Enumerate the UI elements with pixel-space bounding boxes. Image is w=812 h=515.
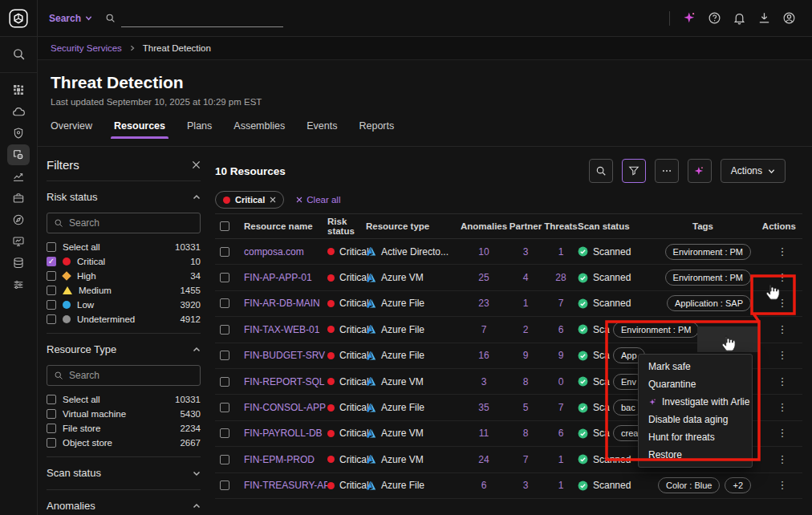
menu-item-investigate-with-arlie[interactable]: Investigate with Arlie — [639, 393, 752, 411]
tab-resources[interactable]: Resources — [114, 120, 165, 139]
tag-chip[interactable]: Application : SAP — [667, 295, 751, 311]
row-actions-kebab[interactable]: ⋮ — [777, 351, 788, 359]
sidebar-item-threat-protection[interactable] — [7, 144, 30, 165]
partner-count[interactable]: 5 — [523, 402, 529, 413]
threats-count[interactable]: 6 — [558, 428, 564, 439]
anomalies-count[interactable]: 10 — [478, 246, 489, 258]
checkbox[interactable] — [47, 286, 56, 295]
threats-count[interactable]: 1 — [558, 480, 564, 491]
close-filters-icon[interactable] — [192, 160, 201, 169]
partner-count[interactable]: 3 — [523, 246, 529, 258]
row-actions-kebab[interactable]: ⋮ — [777, 248, 788, 256]
tag-chip[interactable]: Environment : PM — [613, 322, 699, 338]
row-actions-kebab[interactable]: ⋮ — [777, 274, 788, 282]
tab-assemblies[interactable]: Assemblies — [233, 120, 285, 139]
filter-search-input[interactable]: Search — [47, 213, 201, 233]
partner-count[interactable]: 9 — [523, 350, 529, 361]
menu-item-hunt-for-threats[interactable]: Hunt for threats — [639, 428, 752, 446]
help-icon[interactable] — [707, 11, 721, 26]
row-checkbox[interactable] — [220, 247, 229, 257]
tag-chip[interactable]: +2 — [725, 477, 751, 493]
sidebar-item-jobs[interactable] — [7, 188, 30, 209]
filter-chip-critical[interactable]: Critical — [215, 191, 284, 209]
checkbox[interactable] — [47, 438, 56, 448]
tab-plans[interactable]: Plans — [187, 120, 212, 139]
sidebar-item-shield[interactable] — [7, 123, 30, 144]
row-checkbox[interactable] — [220, 428, 229, 438]
anomalies-count[interactable]: 3 — [481, 376, 487, 387]
threats-count[interactable]: 7 — [558, 298, 564, 309]
breadcrumb-parent[interactable]: Security Services — [51, 43, 122, 53]
threats-count[interactable]: 1 — [558, 246, 564, 258]
anomalies-count[interactable]: 7 — [481, 324, 487, 335]
actions-dropdown-button[interactable]: Actions — [721, 159, 786, 183]
row-actions-kebab[interactable]: ⋮ — [777, 378, 788, 386]
checkbox[interactable] — [47, 271, 56, 281]
tag-chip[interactable]: Environment : PM — [665, 270, 751, 286]
partner-count[interactable]: 7 — [523, 454, 529, 465]
row-actions-kebab[interactable]: ⋮ — [777, 429, 788, 437]
anomalies-count[interactable]: 35 — [478, 402, 489, 413]
resource-name-link[interactable]: FIN-PAYROLL-DB — [244, 428, 323, 439]
account-icon[interactable] — [782, 11, 796, 26]
row-actions-kebab[interactable]: ⋮ — [777, 299, 788, 307]
anomalies-count[interactable]: 25 — [478, 272, 489, 283]
resource-name-link[interactable]: FIN-BUDGET-SRV — [244, 350, 325, 361]
row-checkbox[interactable] — [220, 298, 229, 308]
partner-count[interactable]: 8 — [523, 428, 529, 439]
filter-section-header[interactable]: Resource Type — [47, 342, 201, 357]
search-scope-dropdown[interactable]: Search — [49, 13, 92, 24]
tab-reports[interactable]: Reports — [359, 120, 394, 139]
chevron-up-icon[interactable] — [193, 502, 201, 510]
hovered-tag-cell[interactable] — [697, 326, 758, 352]
partner-count[interactable]: 1 — [523, 298, 529, 309]
checkbox[interactable] — [47, 314, 56, 324]
resource-name-link[interactable]: FIN-AP-APP-01 — [244, 272, 312, 283]
chevron-up-icon[interactable] — [193, 346, 201, 354]
tag-chip[interactable]: Environment : PM — [665, 244, 751, 260]
ai-sparkle-icon[interactable] — [682, 11, 696, 26]
column-header-resource-name[interactable]: Resource name — [244, 221, 327, 231]
filter-section-header[interactable]: Anomalies — [47, 498, 201, 513]
menu-item-restore[interactable]: Restore — [639, 446, 752, 464]
row-actions-kebab[interactable]: ⋮ — [777, 481, 788, 489]
column-header-threats[interactable]: Threats — [544, 221, 578, 231]
threats-count[interactable]: 1 — [558, 454, 564, 465]
threats-count[interactable]: 7 — [558, 402, 564, 413]
column-header-partner[interactable]: Partner — [507, 221, 544, 231]
checkbox[interactable] — [47, 395, 56, 404]
checkbox[interactable] — [47, 424, 56, 433]
partner-count[interactable]: 2 — [523, 324, 529, 335]
resource-name-link[interactable]: FIN-TAX-WEB-01 — [244, 324, 319, 335]
partner-count[interactable]: 8 — [523, 376, 529, 387]
remove-chip-icon[interactable] — [270, 197, 276, 203]
clear-all-filters[interactable]: Clear all — [296, 195, 340, 205]
resource-name-link[interactable]: composa.com — [244, 246, 304, 258]
resource-name-link[interactable]: FIN-AR-DB-MAIN — [244, 298, 320, 309]
chevron-down-icon[interactable] — [193, 469, 201, 477]
table-filter-button[interactable] — [622, 159, 646, 183]
row-actions-kebab[interactable]: ⋮ — [777, 403, 788, 412]
menu-item-mark-safe[interactable]: Mark safe — [639, 358, 752, 375]
resource-name-link[interactable]: FIN-REPORT-SQL — [244, 376, 324, 387]
tab-overview[interactable]: Overview — [51, 120, 92, 139]
checkbox[interactable]: ✓ — [47, 257, 56, 266]
partner-count[interactable]: 4 — [523, 272, 529, 283]
tab-events[interactable]: Events — [307, 120, 337, 139]
column-header-scan-status[interactable]: Scan status — [578, 221, 655, 231]
sidebar-search-icon[interactable] — [7, 43, 30, 64]
table-search-button[interactable] — [589, 159, 613, 183]
filter-search-input[interactable]: Search — [47, 365, 201, 386]
sidebar-item-data-sources[interactable] — [7, 253, 30, 274]
threats-count[interactable]: 28 — [555, 272, 566, 283]
filter-section-header[interactable]: Risk status — [47, 189, 201, 205]
download-icon[interactable] — [757, 11, 771, 26]
select-all-checkbox[interactable] — [220, 221, 229, 231]
global-search-input[interactable] — [121, 9, 283, 27]
resource-name-link[interactable]: FIN-EPM-PROD — [244, 454, 315, 465]
row-checkbox[interactable] — [220, 325, 229, 335]
threats-count[interactable]: 9 — [558, 350, 564, 361]
sidebar-item-analytics[interactable] — [7, 166, 30, 187]
row-checkbox[interactable] — [220, 455, 229, 464]
anomalies-count[interactable]: 16 — [478, 350, 489, 361]
